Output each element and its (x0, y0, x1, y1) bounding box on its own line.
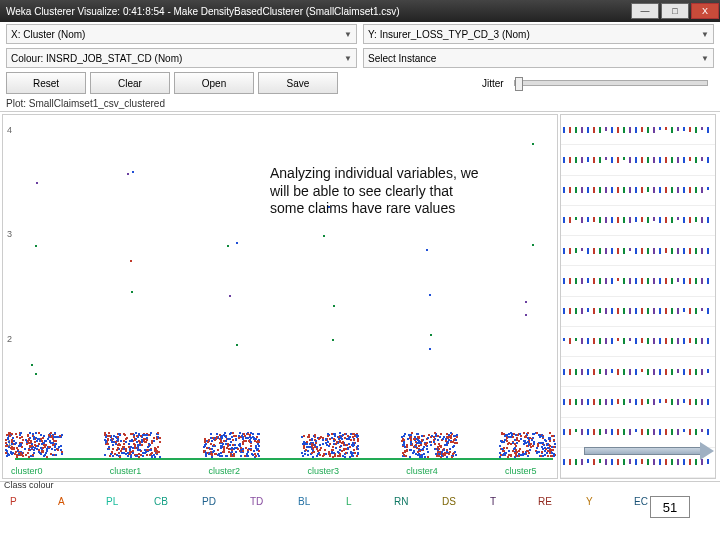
window-buttons: — □ X (630, 3, 720, 19)
class-code: BL (298, 496, 310, 507)
x-axis-dropdown[interactable]: X: Cluster (Nom) ▼ (6, 24, 357, 44)
attribute-thumbnail[interactable] (561, 357, 715, 387)
class-code: CB (154, 496, 168, 507)
select-instance-dropdown[interactable]: Select Instance ▼ (363, 48, 714, 68)
outlier-point (229, 295, 231, 297)
minimize-button[interactable]: — (631, 3, 659, 19)
annotation-text: Analyzing individual variables, we will … (270, 165, 480, 218)
jitter-label: Jitter (482, 78, 504, 89)
plot-title: Plot: SmallClaimset1_csv_clustered (0, 96, 720, 111)
attribute-thumbnail[interactable] (561, 297, 715, 327)
class-code: TD (250, 496, 263, 507)
attribute-thumbnail[interactable] (561, 206, 715, 236)
outlier-point (227, 245, 229, 247)
attribute-thumbnail[interactable] (561, 327, 715, 357)
outlier-point (525, 314, 527, 316)
outlier-point (132, 171, 134, 173)
class-code: L (346, 496, 352, 507)
attribute-thumbnail[interactable] (561, 145, 715, 175)
outlier-point (430, 334, 432, 336)
close-button[interactable]: X (691, 3, 719, 19)
page-number: 51 (650, 496, 690, 518)
class-colour-label: Class colour (4, 480, 54, 490)
color-dropdown[interactable]: Colour: INSRD_JOB_STAT_CD (Nom) ▼ (6, 48, 357, 68)
outlier-point (35, 245, 37, 247)
x-tick: cluster4 (406, 466, 438, 476)
outlier-point (236, 242, 238, 244)
attribute-thumbnail[interactable] (561, 176, 715, 206)
class-code: RE (538, 496, 552, 507)
window-titlebar: Weka Clusterer Visualize: 0:41:8:54 - Ma… (0, 0, 720, 22)
outlier-point (236, 344, 238, 346)
x-tick: cluster1 (110, 466, 142, 476)
clear-button[interactable]: Clear (90, 72, 170, 94)
chevron-down-icon: ▼ (344, 30, 352, 39)
jitter-thumb[interactable] (515, 77, 523, 91)
chevron-down-icon: ▼ (701, 54, 709, 63)
class-code: RN (394, 496, 408, 507)
outlier-point (532, 244, 534, 246)
outlier-point (532, 143, 534, 145)
class-colour-bar: Class colour PAPLCBPDTDBLLRNDSTREYEC (0, 481, 720, 515)
outlier-point (131, 291, 133, 293)
class-code: PL (106, 496, 118, 507)
outlier-point (332, 339, 334, 341)
cluster-blob (301, 432, 357, 458)
x-axis-line (15, 458, 553, 460)
attribute-thumbnail[interactable] (561, 115, 715, 145)
y-tick: 4 (7, 125, 12, 135)
attribute-thumbnail[interactable] (561, 266, 715, 296)
select-instance-label: Select Instance (368, 53, 701, 64)
y-tick: 3 (7, 229, 12, 239)
y-tick: 2 (7, 334, 12, 344)
jitter-slider[interactable] (514, 80, 708, 86)
class-code: T (490, 496, 496, 507)
x-tick: cluster2 (209, 466, 241, 476)
class-code: Y (586, 496, 593, 507)
outlier-point (323, 235, 325, 237)
axis-row-2: Colour: INSRD_JOB_STAT_CD (Nom) ▼ Select… (0, 46, 720, 70)
attribute-thumbnail[interactable] (561, 387, 715, 417)
outlier-point (429, 294, 431, 296)
cluster-blob (203, 432, 259, 458)
outlier-point (130, 260, 132, 262)
class-code: P (10, 496, 17, 507)
arrow-icon (584, 442, 714, 460)
class-code: EC (634, 496, 648, 507)
y-axis-dropdown[interactable]: Y: Insurer_LOSS_TYP_CD_3 (Nom) ▼ (363, 24, 714, 44)
y-axis-label: Y: Insurer_LOSS_TYP_CD_3 (Nom) (368, 29, 701, 40)
chevron-down-icon: ▼ (701, 30, 709, 39)
cluster-blob (499, 432, 555, 458)
x-tick: cluster3 (307, 466, 339, 476)
toolbar-row: Reset Clear Open Save Jitter (0, 70, 720, 96)
class-code: PD (202, 496, 216, 507)
outlier-point (426, 249, 428, 251)
axis-row-1: X: Cluster (Nom) ▼ Y: Insurer_LOSS_TYP_C… (0, 22, 720, 46)
maximize-button[interactable]: □ (661, 3, 689, 19)
outlier-point (429, 348, 431, 350)
window-title: Weka Clusterer Visualize: 0:41:8:54 - Ma… (6, 6, 630, 17)
cluster-blob (5, 432, 61, 458)
x-tick: cluster5 (505, 466, 537, 476)
reset-button[interactable]: Reset (6, 72, 86, 94)
outlier-point (36, 182, 38, 184)
open-button[interactable]: Open (174, 72, 254, 94)
attribute-thumbnail[interactable] (561, 236, 715, 266)
attribute-thumbnails[interactable] (560, 114, 716, 479)
chevron-down-icon: ▼ (344, 54, 352, 63)
outlier-point (127, 173, 129, 175)
outlier-point (31, 364, 33, 366)
cluster-blob (400, 432, 456, 458)
outlier-point (35, 373, 37, 375)
x-axis-label: X: Cluster (Nom) (11, 29, 344, 40)
outlier-point (525, 301, 527, 303)
cluster-blob (104, 432, 160, 458)
x-tick: cluster0 (11, 466, 43, 476)
save-button[interactable]: Save (258, 72, 338, 94)
class-code: DS (442, 496, 456, 507)
class-code: A (58, 496, 65, 507)
outlier-point (333, 305, 335, 307)
color-label: Colour: INSRD_JOB_STAT_CD (Nom) (11, 53, 344, 64)
